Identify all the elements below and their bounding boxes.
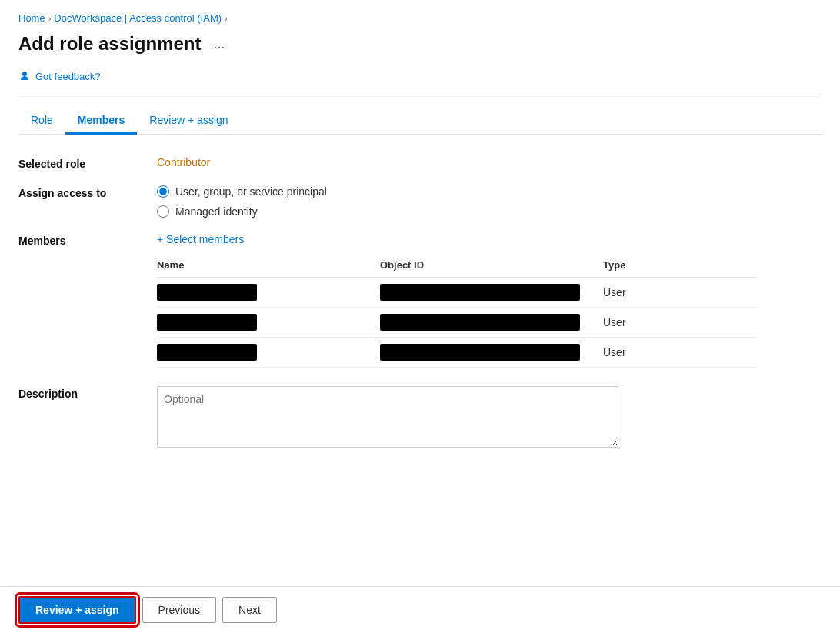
description-label: Description <box>18 386 157 400</box>
review-assign-button[interactable]: Review + assign <box>18 596 136 624</box>
table-cell-name-3 <box>157 344 380 361</box>
table-row: User <box>157 308 757 338</box>
table-cell-name-1 <box>157 284 380 301</box>
radio-user-group[interactable]: User, group, or service principal <box>157 185 822 198</box>
radio-managed-identity-input[interactable] <box>157 205 169 218</box>
breadcrumb-sep-2: › <box>225 14 228 23</box>
redacted-objectid-3 <box>380 344 580 361</box>
tab-review-assign[interactable]: Review + assign <box>137 108 240 135</box>
redacted-name-3 <box>157 344 257 361</box>
feedback-row[interactable]: Got feedback? <box>18 70 822 82</box>
table-cell-name-2 <box>157 314 380 331</box>
breadcrumb-home[interactable]: Home <box>18 12 45 24</box>
radio-user-group-label: User, group, or service principal <box>175 185 327 198</box>
description-row: Description <box>18 386 822 450</box>
tab-members[interactable]: Members <box>65 108 137 135</box>
redacted-name-1 <box>157 284 257 301</box>
table-cell-objectid-2 <box>380 314 603 331</box>
members-table: Name Object ID Type User <box>157 256 757 368</box>
page-title-row: Add role assignment ... <box>18 33 822 55</box>
tabs-container: Role Members Review + assign <box>18 108 822 135</box>
type-text-3: User <box>603 346 626 358</box>
members-label: Members <box>18 233 157 247</box>
assign-access-row: Assign access to User, group, or service… <box>18 185 822 218</box>
members-content: + Select members Name Object ID Type <box>157 233 822 368</box>
previous-button[interactable]: Previous <box>142 597 216 623</box>
breadcrumb-workspace[interactable]: DocWorkspace | Access control (IAM) <box>54 12 222 24</box>
col-header-name: Name <box>157 259 380 271</box>
selected-role-label: Selected role <box>18 156 157 170</box>
radio-user-group-input[interactable] <box>157 185 169 198</box>
col-header-objectid: Object ID <box>380 259 603 271</box>
breadcrumb: Home › DocWorkspace | Access control (IA… <box>18 12 822 24</box>
selected-role-row: Selected role Contributor <box>18 156 822 170</box>
next-button[interactable]: Next <box>222 597 277 623</box>
col-header-type: Type <box>603 259 695 271</box>
assign-access-label: Assign access to <box>18 185 157 199</box>
page-title: Add role assignment <box>18 33 201 55</box>
ellipsis-button[interactable]: ... <box>208 35 229 54</box>
table-row: User <box>157 338 757 368</box>
members-row: Members + Select members Name Object ID … <box>18 233 822 368</box>
type-text-2: User <box>603 316 626 328</box>
table-cell-type-2: User <box>603 316 695 328</box>
contributor-text: Contributor <box>157 156 210 168</box>
select-members-label: + Select members <box>157 233 244 245</box>
table-cell-objectid-1 <box>380 284 603 301</box>
type-text-1: User <box>603 286 626 298</box>
description-textarea[interactable] <box>157 386 618 448</box>
table-header: Name Object ID Type <box>157 256 757 278</box>
redacted-name-2 <box>157 314 257 331</box>
radio-managed-identity[interactable]: Managed identity <box>157 205 822 218</box>
breadcrumb-sep-1: › <box>48 14 52 23</box>
assign-access-value: User, group, or service principal Manage… <box>157 185 822 218</box>
description-value <box>157 386 822 450</box>
radio-group: User, group, or service principal Manage… <box>157 185 822 218</box>
selected-role-value: Contributor <box>157 156 822 168</box>
feedback-label: Got feedback? <box>35 71 101 82</box>
tab-role[interactable]: Role <box>18 108 65 135</box>
select-members-link[interactable]: + Select members <box>157 233 822 245</box>
radio-managed-identity-label: Managed identity <box>175 205 258 218</box>
bottom-bar: Review + assign Previous Next <box>0 586 840 633</box>
form-section: Selected role Contributor Assign access … <box>18 156 822 450</box>
table-row: User <box>157 278 757 308</box>
table-cell-objectid-3 <box>380 344 603 361</box>
divider-top <box>18 95 822 95</box>
redacted-objectid-1 <box>380 284 580 301</box>
table-cell-type-1: User <box>603 286 695 298</box>
feedback-icon <box>18 70 31 82</box>
redacted-objectid-2 <box>380 314 580 331</box>
table-cell-type-3: User <box>603 346 695 358</box>
